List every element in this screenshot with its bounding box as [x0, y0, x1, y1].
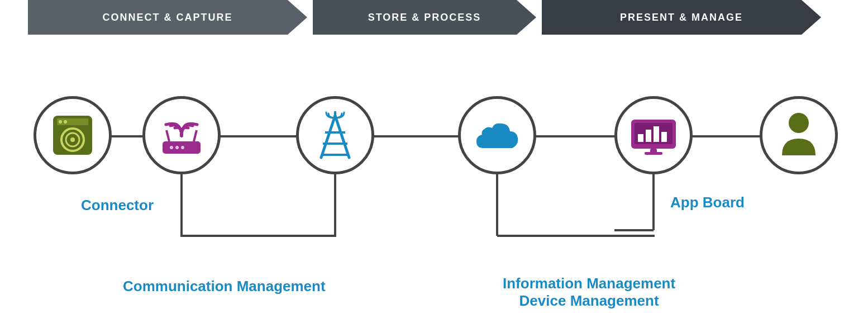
- banner-connect-label: CONNECT & CAPTURE: [102, 12, 232, 23]
- cloud-icon: [472, 110, 522, 160]
- svg-point-13: [170, 146, 173, 149]
- diagram: Connector: [0, 35, 868, 323]
- svg-point-7: [70, 137, 75, 142]
- svg-point-9: [64, 120, 67, 124]
- board-label: App Board: [670, 194, 745, 211]
- board-h-bracket: [614, 229, 654, 231]
- node-tower: [296, 96, 374, 174]
- svg-point-14: [175, 146, 179, 149]
- svg-point-8: [59, 120, 62, 124]
- svg-rect-24: [638, 134, 643, 142]
- banner-present: PRESENT & MANAGE: [542, 0, 821, 35]
- svg-line-16: [321, 116, 335, 158]
- antenna-tower-icon: [310, 110, 360, 160]
- node-device: [34, 96, 112, 174]
- svg-rect-25: [646, 130, 651, 142]
- svg-rect-26: [654, 126, 659, 142]
- node-connector: [142, 96, 221, 174]
- info-mgmt-label: Information Management Device Management: [503, 275, 675, 310]
- node-cloud: [458, 96, 536, 174]
- board-v-line: [652, 174, 655, 230]
- banner-connect: CONNECT & CAPTURE: [28, 0, 307, 35]
- node-board: [614, 96, 693, 174]
- node-person: [760, 96, 838, 174]
- svg-point-30: [789, 113, 809, 133]
- svg-line-11: [166, 130, 169, 141]
- person-icon: [774, 110, 824, 160]
- info-mgmt-line1: Information Management: [503, 275, 675, 292]
- banner-store: STORE & PROCESS: [313, 0, 536, 35]
- svg-point-15: [181, 146, 184, 149]
- comm-mgmt-label: Communication Management: [123, 278, 326, 295]
- banner-store-label: STORE & PROCESS: [368, 12, 481, 23]
- svg-rect-27: [661, 132, 667, 142]
- svg-rect-29: [645, 152, 662, 155]
- info-mgmt-line2: Device Management: [503, 292, 675, 310]
- info-bracket-line: [497, 235, 655, 237]
- connector-v-line: [180, 174, 183, 236]
- banner: CONNECT & CAPTURE STORE & PROCESS PRESEN…: [0, 0, 868, 35]
- svg-line-17: [335, 116, 349, 158]
- svg-line-12: [194, 130, 197, 141]
- washer-icon: [47, 110, 98, 160]
- wifi-router-icon: [156, 110, 207, 160]
- comm-bracket-line: [182, 235, 336, 237]
- info-v-line-left: [496, 174, 498, 236]
- comm-v-line-left: [334, 174, 336, 236]
- banner-present-label: PRESENT & MANAGE: [620, 12, 743, 23]
- connector-label: Connector: [81, 197, 154, 214]
- dashboard-icon: [628, 110, 679, 160]
